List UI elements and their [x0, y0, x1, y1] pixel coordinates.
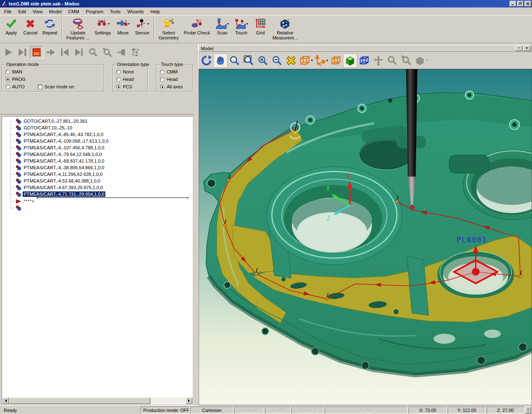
scroll-left-button[interactable]: [2, 397, 9, 404]
menu-item-edit[interactable]: Edit: [15, 8, 29, 15]
radio-head[interactable]: Head: [160, 75, 190, 83]
program-tree-row[interactable]: PTMEAS/CART,-4,67.393,20.675,1,0,0: [5, 184, 192, 191]
update-button[interactable]: UpdateFeatures ...: [64, 17, 92, 41]
model-viewport[interactable]: PLN001 X Y Z: [199, 69, 532, 405]
wire-box-button[interactable]: ▾: [298, 54, 314, 68]
menu-item-view[interactable]: View: [29, 8, 46, 15]
solid-cube-button[interactable]: [343, 54, 357, 68]
program-tree-row[interactable]: GOTO/CART,0,-27.851,-20.361: [5, 118, 192, 124]
close-button[interactable]: [525, 1, 531, 7]
program-tree-row[interactable]: PTMEAS/CART,-4,-109.058,-17.613,1,0,0: [5, 138, 192, 144]
program-end-marker[interactable]: ****>: [5, 198, 192, 205]
settings-button[interactable]: ▾Settings: [92, 17, 113, 36]
status-spinner[interactable]: ▲▼: [525, 407, 531, 414]
find-button[interactable]: [86, 46, 100, 58]
rotate-view-button[interactable]: [199, 54, 213, 68]
program-tree-row[interactable]: PTMEAS/CART,-4,-79.64,12.548,1,0,0: [5, 151, 192, 158]
program-tree-row[interactable]: PTMEAS/CART,-4,11.296,62.628,1,0,0: [5, 171, 192, 178]
program-tree-row[interactable]: GOTO/CART,10,-25,-10: [5, 124, 192, 131]
radio-prog[interactable]: PROG: [5, 75, 101, 83]
radio-button[interactable]: [116, 85, 121, 89]
radio-button[interactable]: [116, 77, 121, 82]
radio-button[interactable]: [5, 70, 10, 74]
dropdown-caret-icon[interactable]: ▾: [326, 58, 328, 62]
radio-button[interactable]: [160, 85, 164, 89]
wire-box2-button[interactable]: [329, 54, 343, 68]
dropdown-caret-icon[interactable]: ▾: [128, 22, 130, 26]
dropdown-caret-icon[interactable]: ▾: [227, 22, 229, 26]
pan-button[interactable]: [213, 54, 228, 68]
radio-button[interactable]: [5, 77, 10, 82]
grid-button[interactable]: Grid: [251, 17, 270, 36]
scroll-thumb[interactable]: [9, 397, 150, 404]
radio-cmm[interactable]: CMM: [160, 68, 190, 75]
gray-find-button[interactable]: [385, 54, 400, 68]
dropdown-caret-icon[interactable]: ▾: [311, 58, 313, 62]
gray-box-button[interactable]: ▾: [414, 54, 429, 68]
radio-man[interactable]: MAN: [5, 68, 101, 75]
zoom-cancel-button[interactable]: [256, 54, 270, 68]
go-start-button[interactable]: [58, 46, 71, 58]
probe-check-button[interactable]: ?Probe Check: [181, 17, 213, 36]
run-button[interactable]: [2, 46, 15, 58]
model-dropdown-button[interactable]: ▼: [515, 46, 522, 51]
panel-splitter[interactable]: [194, 43, 199, 405]
radio-button[interactable]: [116, 70, 121, 74]
minimize-button[interactable]: [510, 1, 516, 7]
program-tree-row[interactable]: PTMEAS/CART,-4,-68.837,41.178,1,0,0: [5, 158, 192, 164]
sensor-button[interactable]: ▾Sensor: [132, 17, 152, 36]
dropdown-caret-icon[interactable]: ▾: [427, 58, 428, 62]
program-tree-row[interactable]: [5, 205, 192, 211]
program-tree-row[interactable]: PTMEAS/CART,-4,-107.456,4.788,1,0,0: [5, 144, 192, 151]
delete-x-button[interactable]: [284, 54, 298, 68]
stop-button[interactable]: [30, 46, 43, 58]
gray-find2-button[interactable]: [400, 54, 414, 68]
blue-cube-button[interactable]: [357, 54, 371, 68]
menu-item-cmm[interactable]: CMM: [65, 8, 82, 15]
radio-auto[interactable]: AUTOScan mode on: [5, 83, 101, 90]
scroll-right-button[interactable]: [186, 397, 192, 404]
program-tree-row[interactable]: PTMEAS/CART,-4,71.731,-29.954,1,0,0: [5, 191, 192, 197]
dropdown-caret-icon[interactable]: ▾: [108, 22, 110, 26]
repeat-button[interactable]: Repeat: [40, 17, 59, 36]
run-to-cursor-button[interactable]: [16, 46, 29, 58]
radio-button[interactable]: [5, 85, 10, 89]
radio-pcs[interactable]: PCS: [116, 83, 145, 90]
program-tree-row[interactable]: PTMEAS/CART,-4,-38.806,54.866,1,0,0: [5, 164, 192, 171]
radio-none[interactable]: None: [116, 68, 145, 75]
move-button[interactable]: ▾Move: [113, 17, 132, 36]
menu-item-program[interactable]: Program: [83, 8, 107, 15]
apply-button[interactable]: Apply: [2, 17, 21, 36]
menu-item-tools[interactable]: Tools: [107, 8, 124, 15]
program-tree-row[interactable]: PTMEAS/CART,-4,53.68,40.388,1,0,0: [5, 178, 192, 184]
menu-item-file[interactable]: File: [1, 8, 15, 15]
program-tree-row[interactable]: PTMEAS/CART,-4,-85.46,-43.782,1,0,0: [5, 131, 192, 138]
axes-button[interactable]: ▾: [314, 54, 329, 68]
scroll-track[interactable]: [9, 397, 186, 404]
relative-button[interactable]: RelativeMeasurem...: [270, 17, 300, 41]
gray-probe-button[interactable]: [371, 54, 385, 68]
zoom-out-button[interactable]: [270, 54, 284, 68]
find-feature-button[interactable]: [101, 46, 114, 58]
dropdown-caret-icon[interactable]: ▾: [246, 22, 248, 26]
radio-button[interactable]: [160, 70, 164, 74]
radio-head[interactable]: Head: [116, 75, 145, 83]
select-button[interactable]: SelectGeometry: [156, 17, 181, 41]
zoom-window-button[interactable]: [242, 54, 256, 68]
scan-button[interactable]: ▾Scan: [213, 17, 232, 36]
cancel-button[interactable]: Cancel: [21, 17, 40, 36]
scan-mode-checkbox[interactable]: [38, 85, 42, 89]
touch-button[interactable]: ▾Touch: [232, 17, 251, 36]
go-end-button[interactable]: [72, 46, 86, 58]
resume-button[interactable]: [44, 46, 57, 58]
radio-button[interactable]: [160, 77, 164, 82]
dropdown-caret-icon[interactable]: ▾: [147, 22, 149, 26]
zoom-button[interactable]: [228, 54, 242, 68]
model-close-button[interactable]: ✕: [523, 46, 530, 51]
edit-sequence-button[interactable]: [129, 46, 142, 58]
menu-item-help[interactable]: Help: [147, 8, 163, 15]
menu-item-model[interactable]: Model: [46, 8, 65, 15]
insert-button[interactable]: [115, 46, 128, 58]
menu-item-wizards[interactable]: Wizards: [124, 8, 147, 15]
restore-button[interactable]: [517, 1, 524, 7]
